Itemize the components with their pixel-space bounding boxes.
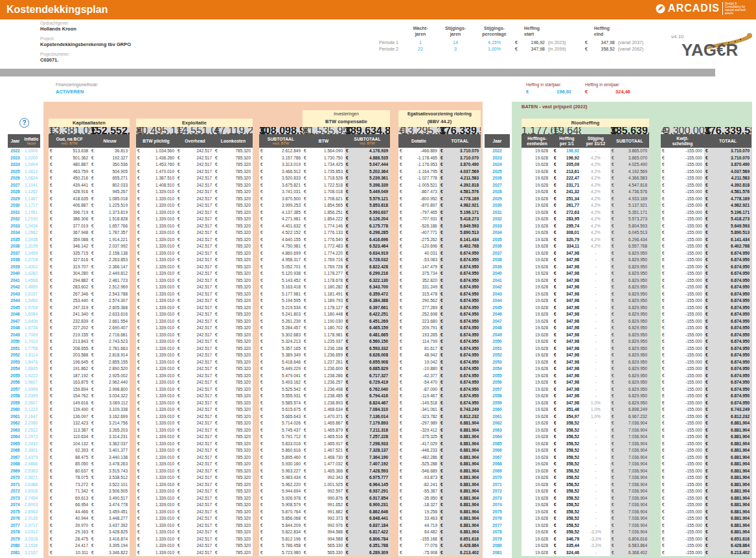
table-cell[interactable]: 1,6734 (23, 325, 40, 332)
table-cell[interactable]: €242.517 (176, 182, 214, 189)
table-cell[interactable]: 19.628 (521, 148, 553, 155)
table-cell[interactable]: - (581, 148, 610, 155)
year-cell[interactable]: 2034 (485, 229, 510, 237)
table-cell[interactable]: €-446.233 (398, 447, 439, 454)
table-cell[interactable]: €6.881.904 (704, 427, 751, 434)
year-cell[interactable]: 2061 (485, 413, 510, 421)
table-cell[interactable]: €7.036.904 (610, 461, 649, 468)
table-cell[interactable]: €3.265.203 (90, 427, 130, 434)
table-cell[interactable]: €-155.000 (661, 529, 704, 536)
table-cell[interactable]: €6.881.904 (704, 488, 751, 495)
table-cell[interactable]: - (581, 257, 610, 264)
table-cell[interactable]: €7.036.904 (610, 529, 649, 536)
table-cell[interactable]: €6.881.904 (704, 474, 751, 482)
table-cell[interactable]: €7.257.228 (345, 434, 390, 441)
table-cell[interactable]: €6.881.904 (439, 495, 481, 502)
table-cell[interactable]: €7.364.190 (345, 454, 390, 461)
table-cell[interactable]: €375.734 (398, 270, 439, 277)
table-cell[interactable]: €66.954 (49, 502, 90, 509)
table-cell[interactable]: €1.339.010 (136, 536, 176, 543)
year-cell[interactable]: 2025 (485, 169, 510, 176)
table-cell[interactable]: €5.963.227 (259, 468, 303, 475)
year-cell[interactable]: 2049 (485, 332, 510, 339)
table-cell[interactable]: - (581, 284, 610, 291)
table-cell[interactable]: €-275.262 (398, 237, 439, 244)
table-cell[interactable]: €251,34 (553, 196, 581, 203)
table-cell[interactable]: €6.674.950 (704, 257, 751, 264)
table-cell[interactable]: €7.036.904 (610, 447, 649, 454)
table-cell[interactable]: 2,3901 (23, 447, 40, 454)
table-cell[interactable]: €1.237.261 (303, 359, 345, 366)
table-cell[interactable]: €1.470.371 (303, 413, 345, 421)
table-cell[interactable]: €283,95 (553, 216, 581, 223)
table-cell[interactable]: €3.865.070 (610, 148, 649, 155)
table-cell[interactable]: €-155.000 (661, 196, 704, 203)
year-cell[interactable]: 2058 (485, 393, 510, 400)
table-cell[interactable]: €1.339.010 (136, 305, 176, 312)
year-cell[interactable]: 2065 (485, 441, 510, 448)
year-cell[interactable]: 2037 (8, 250, 23, 257)
table-cell[interactable]: €1.339.010 (136, 237, 176, 244)
table-cell[interactable]: 4,2% (581, 169, 610, 176)
year-cell[interactable]: 2050 (485, 338, 510, 345)
table-cell[interactable]: €-155.000 (661, 311, 704, 318)
table-cell[interactable]: €191.862 (49, 366, 90, 373)
table-cell[interactable]: €6.674.950 (704, 284, 751, 291)
table-cell[interactable]: €1.373.819 (90, 209, 130, 216)
table-cell[interactable]: €358,52 (553, 495, 581, 502)
table-cell[interactable]: - (581, 277, 610, 285)
table-cell[interactable]: €1.339.010 (136, 216, 176, 223)
table-cell[interactable]: 1,9607 (23, 379, 40, 386)
table-cell[interactable]: €242.517 (176, 338, 214, 345)
table-cell[interactable]: €253.440 (49, 297, 90, 305)
table-cell[interactable]: €-155.000 (661, 406, 704, 413)
table-cell[interactable]: €1.339.010 (136, 542, 176, 550)
table-cell[interactable]: €5.573.273 (610, 216, 649, 223)
table-cell[interactable]: €242.517 (176, 366, 214, 373)
table-cell[interactable]: €785.320 (214, 441, 253, 448)
table-cell[interactable]: €242.517 (176, 223, 214, 230)
table-cell[interactable]: 3,2167 (23, 550, 40, 557)
periode2-stijgingspercentage[interactable]: 1,00% (474, 46, 515, 52)
table-cell[interactable]: €5.649.593 (704, 223, 751, 230)
table-cell[interactable]: 19.628 (521, 196, 553, 203)
table-cell[interactable]: €6.322.130 (345, 277, 390, 285)
year-cell[interactable]: 2047 (485, 318, 510, 325)
year-cell[interactable]: 2075 (485, 509, 510, 516)
table-cell[interactable]: - (581, 366, 610, 373)
table-cell[interactable]: €1.708.621 (303, 196, 345, 203)
table-cell[interactable]: €1.856.251 (303, 209, 345, 216)
table-cell[interactable]: €-155.000 (661, 332, 704, 339)
table-cell[interactable]: 4,2% (581, 182, 610, 189)
table-cell[interactable]: €802.033 (90, 182, 130, 189)
table-cell[interactable]: €1.339.010 (136, 318, 176, 325)
table-cell[interactable]: €5.449.229 (259, 366, 303, 373)
year-cell[interactable]: 2032 (8, 216, 23, 223)
table-cell[interactable]: €71.342 (49, 488, 90, 495)
table-cell[interactable]: €6.817.422 (345, 529, 390, 536)
table-cell[interactable]: €5.585.574 (259, 400, 303, 407)
table-cell[interactable]: €335,44 (553, 542, 581, 550)
table-cell[interactable]: €6.674.950 (704, 359, 751, 366)
table-cell[interactable]: €187.192 (49, 373, 90, 380)
table-cell[interactable]: €319.707 (49, 264, 90, 271)
table-cell[interactable]: 1,7410 (23, 338, 40, 345)
table-cell[interactable]: €5.615.675 (259, 406, 303, 413)
table-cell[interactable]: €242.517 (176, 237, 214, 244)
table-cell[interactable]: 19.628 (521, 434, 553, 441)
table-cell[interactable]: €6.481.665 (345, 332, 390, 339)
table-cell[interactable]: 2,9135 (23, 515, 40, 522)
table-cell[interactable]: €6.674.950 (439, 366, 481, 373)
table-cell[interactable]: €358,52 (553, 434, 581, 441)
table-cell[interactable]: 19.628 (521, 332, 553, 339)
table-cell[interactable]: €2.781.663 (90, 345, 130, 353)
year-cell[interactable]: 2031 (8, 209, 23, 216)
table-cell[interactable]: €2.605.368 (90, 305, 130, 312)
table-cell[interactable]: €-155.000 (661, 284, 704, 291)
table-cell[interactable]: €6.299.216 (345, 270, 390, 277)
table-cell[interactable]: €1.236.659 (303, 352, 345, 359)
table-cell[interactable]: €785.320 (214, 332, 253, 339)
table-cell[interactable]: €39.970 (49, 522, 90, 529)
table-cell[interactable]: 1,0% (581, 413, 610, 421)
table-cell[interactable]: €3.314.231 (90, 434, 130, 441)
